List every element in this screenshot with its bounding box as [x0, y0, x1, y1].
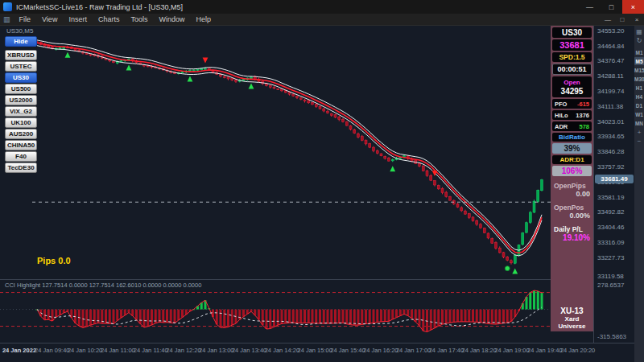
child-restore-button[interactable]: □: [615, 14, 630, 25]
hilo-value: 1376: [576, 112, 589, 119]
close-button[interactable]: ×: [622, 0, 644, 14]
hilo-label: HiLo: [555, 112, 568, 119]
price-scale-tick: 33846.28: [597, 148, 624, 155]
symbol-button-us500[interactable]: US500: [5, 84, 37, 94]
pane-divider[interactable]: [0, 279, 634, 280]
zoom-in-icon[interactable]: +: [638, 129, 642, 136]
time-axis-label: 24 Jan 19:40: [527, 347, 562, 354]
price-scale-tick: 34464.84: [597, 43, 624, 50]
panel-bid-price: 33681: [552, 39, 592, 51]
openpips-value: 0.00: [554, 190, 590, 198]
timeframe-m1[interactable]: M1: [634, 48, 644, 56]
time-axis-label: 24 Jan 15:00: [298, 347, 332, 354]
cci-indicator-label: CCI Highlight 127.7514 0.0000 127.7514 1…: [5, 282, 201, 289]
time-axis-label: 24 Jan 2022: [2, 347, 36, 354]
price-scale-tick: 34023.01: [597, 118, 624, 125]
menu-charts[interactable]: Charts: [93, 15, 126, 23]
price-scale-tick: 34553.20: [597, 27, 624, 35]
symbol-button-tecde30[interactable]: TecDE30: [5, 162, 37, 173]
chart-symbol-label: US30,M5: [6, 27, 33, 35]
time-axis-label: 24 Jan 13:40: [232, 347, 266, 354]
brand-line1: XU-13: [552, 306, 592, 315]
timeframe-mn[interactable]: MN: [634, 119, 644, 127]
symbol-button-ustec[interactable]: USTEC: [5, 61, 37, 72]
chart-area: US30,M5 Hide XBRUSDUSTECUS30US500US2000V…: [0, 26, 644, 362]
time-axis[interactable]: 24 Jan 202224 Jan 09:4024 Jan 10:2024 Ja…: [0, 343, 634, 362]
openpips-stat: OpenPips 0.00: [552, 182, 592, 198]
right-toolbar: ▦ ↻ M1M5M15M30H1H4D1W1MN + −: [634, 26, 644, 362]
time-axis-label: 24 Jan 10:20: [68, 347, 102, 354]
time-axis-label: 24 Jan 11:00: [101, 347, 135, 354]
pips-label: Pips 0.0: [37, 256, 71, 265]
menu-insert[interactable]: Insert: [63, 15, 93, 23]
menu-window[interactable]: Window: [153, 15, 190, 23]
timeframe-m30[interactable]: M30: [634, 75, 644, 83]
bidratio-value: 39%: [552, 143, 592, 154]
indicator-scale-min: -315.5863: [597, 333, 626, 340]
bidratio-label: BidRatio: [552, 133, 592, 142]
menu-view[interactable]: View: [36, 15, 63, 23]
timeframe-list: M1M5M15M30H1H4D1W1MN: [634, 48, 644, 127]
time-axis-label: 24 Jan 11:40: [134, 347, 168, 354]
price-scale-tick: 33404.46: [597, 224, 624, 231]
time-axis-label: 24 Jan 13:00: [199, 347, 233, 354]
symbol-button-us2000[interactable]: US2000: [5, 95, 37, 105]
adr-value: 578: [579, 123, 589, 130]
menu-file[interactable]: File: [14, 15, 37, 23]
timeframe-m15[interactable]: M15: [634, 66, 644, 74]
timeframe-d1[interactable]: D1: [634, 101, 644, 109]
menubar: ▥ FileViewInsertChartsToolsWindowHelp — …: [0, 14, 644, 26]
menu-bar: FileViewInsertChartsToolsWindowHelp: [14, 15, 217, 23]
panel-spread: SPD:1.5: [552, 52, 592, 62]
price-scale-tick: 33227.73: [597, 254, 624, 261]
window-controls: — □ ×: [579, 0, 644, 14]
grid-icon[interactable]: ▦: [636, 28, 642, 35]
child-close-button[interactable]: ×: [630, 14, 644, 25]
mt5-terminal: ICMarketsSC-Live16 - Raw Trading Ltd - […: [0, 0, 644, 362]
time-axis-label: 24 Jan 14:20: [265, 347, 299, 354]
xard-brand: XU-13 Xard Universe: [552, 306, 592, 330]
symbol-button-uk100[interactable]: UK100: [5, 117, 37, 128]
child-minimize-button[interactable]: —: [601, 14, 615, 25]
symbol-button-vix_g2[interactable]: VIX_G2: [5, 106, 37, 117]
timeframe-h1[interactable]: H1: [634, 84, 644, 92]
timeframe-h4[interactable]: H4: [634, 93, 644, 101]
symbol-button-aus200[interactable]: AUS200: [5, 129, 37, 139]
openpos-value: 0.00%: [554, 212, 590, 220]
price-chart[interactable]: [0, 26, 593, 279]
timeframe-w1[interactable]: W1: [634, 110, 644, 118]
open-value: 34295: [554, 87, 590, 96]
menu-help[interactable]: Help: [190, 15, 217, 23]
pfo-value: -615: [577, 101, 589, 108]
symbol-button-china50[interactable]: CHINA50: [5, 140, 37, 150]
price-scale-tick: 33492.82: [597, 208, 624, 216]
time-axis-label: 24 Jan 09:40: [35, 347, 69, 354]
daily-pl-label: Daily P/L: [554, 225, 590, 233]
time-axis-label: 24 Jan 16:20: [363, 347, 398, 354]
cci-indicator-chart[interactable]: [0, 280, 593, 343]
timeframe-m5[interactable]: M5: [634, 57, 644, 65]
symbol-button-f40[interactable]: F40: [5, 151, 37, 162]
price-scale-tick: 33934.65: [597, 133, 624, 140]
adr-label: ADR: [555, 123, 568, 130]
indicator-scale-max: 278.6537: [597, 282, 624, 289]
symbol-button-xbrusd[interactable]: XBRUSD: [5, 50, 37, 60]
price-scale[interactable]: 33681.49 278.6537 -315.5863 34553.203446…: [593, 26, 634, 343]
price-scale-tick: 34288.11: [597, 72, 624, 80]
titlebar: ICMarketsSC-Live16 - Raw Trading Ltd - […: [0, 0, 644, 14]
hide-button[interactable]: Hide: [5, 36, 37, 47]
refresh-icon[interactable]: ↻: [637, 37, 642, 44]
openpos-stat: OpenPos 0.00%: [552, 204, 592, 220]
minimize-button[interactable]: —: [579, 0, 601, 14]
open-price-block: Open 34295: [552, 76, 592, 97]
menu-tools[interactable]: Tools: [125, 15, 153, 23]
adr-row: ADR 578: [552, 121, 592, 131]
daily-pl-stat: Daily P/L 19.10%: [552, 225, 592, 242]
adr-d1-label: ADR:D1: [552, 155, 592, 164]
symbol-button-us30[interactable]: US30: [5, 72, 37, 83]
zoom-out-icon[interactable]: −: [638, 138, 642, 145]
candle-countdown: 00:00:51: [552, 64, 592, 75]
price-scale-tick: 33581.19: [597, 194, 624, 201]
restore-button[interactable]: □: [601, 0, 622, 14]
price-scale-tick: 34376.47: [597, 57, 624, 64]
